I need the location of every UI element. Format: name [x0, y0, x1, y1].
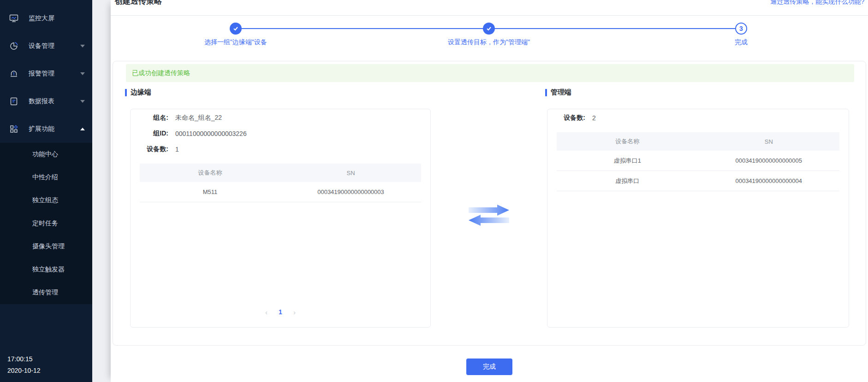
field-device-count: 设备数: 1: [131, 141, 430, 157]
cell-sn: 00034190000000000003: [280, 188, 421, 195]
step2-check-icon: [483, 23, 495, 35]
sidebar-item-label: 监控大屏: [29, 14, 85, 23]
chevron-down-icon: [80, 100, 85, 103]
cell-sn: 00034190000000000005: [698, 157, 840, 164]
step3-label: 完成: [735, 38, 748, 47]
chevron-down-icon: [80, 72, 85, 75]
step1-label: 选择一组"边缘端"设备: [204, 38, 267, 47]
field-group-name: 组名: 未命名_组名_22: [131, 110, 430, 126]
edge-pagination: ‹ 1 ›: [131, 307, 430, 317]
edge-section-title: 边缘端: [125, 88, 151, 97]
page-title: 创建透传策略: [115, 0, 162, 6]
header-divider: [111, 15, 868, 16]
sidebar-item-label: 扩展功能: [29, 125, 80, 133]
sidebar-clock: 17:00:15 2020-10-12: [7, 353, 41, 376]
mgmt-panel: 设备数: 2 设备名称 SN 虚拟串口1 0003419000000000000…: [547, 109, 849, 328]
submenu-item-camera-mgmt[interactable]: 摄像头管理: [0, 235, 92, 258]
sidebar-item-alarms[interactable]: 报警管理: [0, 60, 92, 88]
sidebar-item-extensions[interactable]: 扩展功能: [0, 115, 92, 143]
table-row: M511 00034190000000000003: [140, 182, 421, 202]
page-gutter: [92, 0, 111, 382]
section-accent-bar: [545, 89, 547, 96]
submenu-item-neutral-intro[interactable]: 中性介绍: [0, 166, 92, 189]
cell-device-name: 虚拟串口1: [557, 157, 698, 165]
grid-icon: [9, 124, 18, 134]
col-header-sn: SN: [280, 170, 421, 176]
table-row: 虚拟串口1 00034190000000000005: [557, 151, 839, 171]
submenu-item-passthrough-mgmt[interactable]: 透传管理: [0, 281, 92, 304]
submenu-item-standalone-config[interactable]: 独立组态: [0, 189, 92, 212]
extensions-submenu: 功能中心 中性介绍 独立组态 定时任务 摄像头管理 独立触发器 透传管理: [0, 143, 92, 304]
clock-date: 2020-10-12: [7, 365, 41, 376]
step1-check-icon: [230, 23, 242, 35]
sidebar-item-devices[interactable]: 设备管理: [0, 32, 92, 60]
col-header-sn: SN: [698, 138, 840, 145]
help-link[interactable]: 通过透传策略，能实现什么功能?: [770, 0, 864, 6]
submenu-item-function-center[interactable]: 功能中心: [0, 143, 92, 166]
cell-device-name: 虚拟串口: [557, 177, 698, 185]
section-accent-bar: [125, 89, 127, 96]
result-card: 已成功创建透传策略 边缘端 管理端 组名: 未命名_组名_22 组ID: 000…: [113, 61, 866, 346]
step2-label: 设置透传目标，作为"管理端": [448, 38, 530, 47]
pagination-prev-button[interactable]: ‹: [265, 308, 268, 316]
edge-device-table: 设备名称 SN M511 00034190000000000003: [140, 164, 421, 202]
table-header-row: 设备名称 SN: [557, 132, 839, 151]
finish-button[interactable]: 完成: [466, 358, 512, 375]
alarm-icon: [9, 69, 18, 78]
pagination-page-1[interactable]: 1: [279, 308, 282, 316]
submenu-item-standalone-trigger[interactable]: 独立触发器: [0, 258, 92, 281]
sidebar-item-reports[interactable]: 数据报表: [0, 88, 92, 115]
sidebar-item-label: 报警管理: [29, 70, 80, 78]
chevron-down-icon: [80, 45, 85, 47]
chevron-up-icon: [80, 128, 85, 130]
step3-number: 3: [735, 23, 747, 35]
sidebar-item-label: 设备管理: [29, 42, 80, 50]
sidebar-item-monitor[interactable]: 监控大屏: [0, 5, 92, 32]
main-content: 创建透传策略 通过透传策略，能实现什么功能? 3 选择一组"边缘端"设备 设置透…: [111, 0, 868, 382]
sidebar: 监控大屏 设备管理 报警管理 数据报表 扩展功: [0, 0, 92, 382]
table-header-row: 设备名称 SN: [140, 164, 421, 182]
field-device-count: 设备数: 2: [547, 110, 849, 126]
pie-chart-icon: [9, 41, 18, 51]
pagination-next-button[interactable]: ›: [293, 308, 296, 316]
report-icon: [9, 97, 18, 106]
sidebar-item-label: 数据报表: [29, 97, 80, 106]
col-header-device-name: 设备名称: [557, 137, 698, 146]
edge-panel: 组名: 未命名_组名_22 组ID: 00011000000000003226 …: [130, 109, 431, 328]
col-header-device-name: 设备名称: [140, 169, 280, 177]
submenu-item-scheduled-tasks[interactable]: 定时任务: [0, 212, 92, 235]
clock-time: 17:00:15: [7, 353, 41, 365]
cell-device-name: M511: [140, 188, 280, 195]
table-row: 虚拟串口 00034190000000000004: [557, 171, 839, 191]
monitor-icon: [9, 14, 18, 23]
mgmt-section-title: 管理端: [545, 88, 571, 97]
mgmt-device-table: 设备名称 SN 虚拟串口1 00034190000000000005 虚拟串口 …: [557, 132, 839, 191]
cell-sn: 00034190000000000004: [698, 177, 840, 184]
field-group-id: 组ID: 00011000000000003226: [131, 126, 430, 141]
success-alert: 已成功创建透传策略: [126, 64, 854, 82]
bidirectional-arrows-icon: [468, 204, 510, 226]
